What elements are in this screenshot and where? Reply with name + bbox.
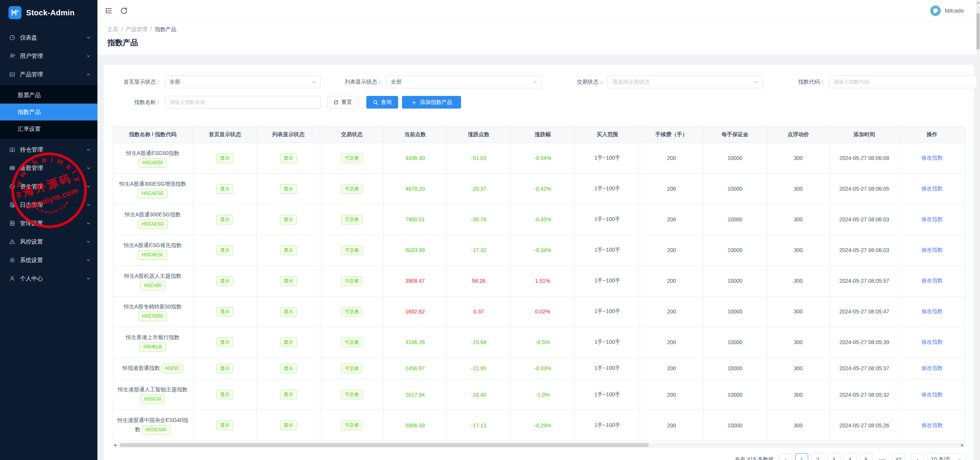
index-name: 恒生A股通300ESG指数: [125, 211, 181, 218]
sidebar-item-admin-settings[interactable]: 管理设置: [0, 216, 97, 231]
sidebar-item-profile[interactable]: 个人中心: [0, 271, 97, 286]
table-row: 恒生A股专精特新50指数 HSCSS50显示显示可交易1602.620.370.…: [112, 296, 965, 327]
column-header-12: 操作: [899, 127, 965, 143]
index-name: 恒生香港上市银行指数: [126, 334, 180, 340]
sidebar-menu: 仪表盘用户管理产品管理股票产品指数产品汇率设置持仓管理新股管理资金管理日志管理管…: [0, 25, 97, 286]
breadcrumb-separator: /: [150, 26, 152, 33]
breadcrumb-item-1[interactable]: 产品管理: [126, 26, 147, 33]
change-percent: -0.93%: [534, 365, 551, 371]
sidebar-item-product-management[interactable]: 产品管理: [0, 67, 97, 82]
fee: 200: [667, 422, 676, 429]
page-button-5[interactable]: 5: [860, 453, 873, 460]
edit-index-link[interactable]: 修改指数: [921, 216, 943, 222]
index-code-input[interactable]: [829, 76, 980, 88]
chevron-down-icon: [86, 148, 91, 152]
index-products-table: 指数名称 / 指数代码首页显示状态列表显示状态交易状态当前点数涨跌点数涨跌幅买入…: [112, 126, 965, 441]
float-price: 300: [794, 422, 803, 429]
edit-index-link[interactable]: 修改指数: [921, 185, 943, 191]
edit-index-link[interactable]: 修改指数: [921, 339, 943, 345]
home-display-status-tag: 显示: [216, 276, 233, 286]
sidebar-item-risk-settings[interactable]: 风控设置: [0, 234, 97, 249]
horizontal-scrollbar[interactable]: ◀ ▶: [112, 442, 965, 448]
add-time: 2024-05-27 08:05:26: [839, 422, 889, 429]
add-index-product-button[interactable]: ＋ 添加指数产品: [402, 96, 461, 109]
app-logo[interactable]: Stock-Admin: [0, 0, 97, 25]
float-price: 300: [794, 155, 803, 161]
edit-index-link[interactable]: 修改指数: [921, 277, 943, 284]
vertical-scrollbar-thumb[interactable]: [977, 13, 980, 49]
page-button-1[interactable]: 1: [795, 453, 808, 460]
page-button-42[interactable]: 42: [892, 453, 905, 460]
sidebar-item-dashboard[interactable]: 仪表盘: [0, 30, 97, 45]
current-points: 3106.26: [405, 339, 425, 345]
add-time: 2024-05-27 08:05:57: [839, 278, 889, 284]
sidebar-item-log-management[interactable]: 日志管理: [0, 197, 97, 213]
trade-status-tag: 可交易: [341, 153, 362, 163]
margin-per-lot: 10000: [728, 365, 743, 371]
index-code-badge: HSSCAI: [140, 394, 165, 404]
edit-index-link[interactable]: 修改指数: [921, 365, 943, 371]
prev-page-button[interactable]: ‹: [779, 453, 792, 460]
current-points: 7900.01: [405, 216, 425, 223]
reset-button[interactable]: 重置: [327, 96, 359, 109]
dashboard-icon: [9, 35, 15, 41]
page-button-3[interactable]: 3: [827, 453, 840, 460]
page-button-4[interactable]: 4: [843, 453, 856, 460]
plus-icon: ＋: [411, 99, 417, 106]
sidebar-subitem-2[interactable]: 汇率设置: [0, 120, 97, 137]
float-price: 300: [794, 308, 803, 315]
add-time: 2024-05-27 08:06:08: [839, 155, 889, 161]
table-row: 恒生A股通300ESG增强指数 HSCAESE显示显示可交易4878.20-20…: [112, 173, 965, 204]
index-name-input[interactable]: [165, 96, 321, 109]
page-button-2[interactable]: 2: [811, 453, 824, 460]
breadcrumb-item-0[interactable]: 主页: [107, 26, 118, 33]
edit-index-link[interactable]: 修改指数: [921, 308, 943, 314]
trade-status-tag: 可交易: [341, 215, 362, 224]
user-name[interactable]: Mitrade: [945, 7, 964, 14]
scroll-right-icon[interactable]: ▶: [961, 442, 964, 448]
edit-index-link[interactable]: 修改指数: [921, 247, 943, 253]
horizontal-scrollbar-thumb[interactable]: [120, 443, 649, 447]
list-display-label: 列表显示状态：: [333, 79, 382, 86]
menu-fold-icon[interactable]: [104, 7, 113, 15]
fee: 200: [667, 247, 676, 253]
index-code-badge: HSHKLB: [140, 342, 166, 352]
list-display-status-tag: 显示: [280, 184, 297, 194]
margin-per-lot: 10000: [728, 422, 743, 429]
vertical-scrollbar[interactable]: ▲: [976, 0, 980, 460]
change-points: -15.68: [471, 339, 486, 345]
fee: 200: [667, 216, 676, 223]
list-display-select[interactable]: 全部: [386, 76, 542, 88]
sidebar-subitem-1[interactable]: 指数产品: [0, 104, 97, 120]
sidebar-item-ipo-management[interactable]: 新股管理: [0, 160, 97, 176]
sidebar-item-position-management[interactable]: 持仓管理: [0, 142, 97, 157]
column-header-9: 每手保证金: [703, 127, 767, 143]
next-page-button[interactable]: ›: [911, 453, 924, 460]
change-percent: 0.02%: [535, 308, 550, 315]
margin-per-lot: 10000: [728, 155, 743, 161]
trade-status-select[interactable]: 请选择交易状态: [608, 76, 763, 88]
fee: 200: [667, 155, 676, 161]
sidebar-item-system-settings[interactable]: 系统设置: [0, 252, 97, 268]
change-percent: 1.51%: [535, 278, 550, 284]
breadcrumb-item-2[interactable]: 指数产品: [155, 26, 176, 33]
home-display-status-tag: 显示: [216, 246, 233, 255]
sidebar-item-user-management[interactable]: 用户管理: [0, 48, 97, 64]
float-price: 300: [794, 216, 803, 223]
sidebar-subitem-0[interactable]: 股票产品: [0, 87, 97, 104]
home-display-select[interactable]: 全部: [165, 76, 321, 88]
chevron-down-icon: [86, 258, 91, 262]
list-display-status-tag: 显示: [280, 307, 297, 317]
user-avatar[interactable]: [930, 5, 941, 16]
search-button[interactable]: 查询: [366, 96, 398, 109]
scroll-up-icon[interactable]: ▲: [976, 1, 980, 4]
scroll-left-icon[interactable]: ◀: [114, 442, 116, 448]
log-management-icon: [9, 202, 15, 208]
index-code-badge: HSCSS50: [138, 312, 167, 321]
edit-index-link[interactable]: 修改指数: [921, 422, 943, 428]
page-size-select[interactable]: 10 条/页: [927, 453, 965, 460]
sidebar-item-funds-management[interactable]: 资金管理: [0, 179, 97, 194]
edit-index-link[interactable]: 修改指数: [921, 391, 943, 397]
refresh-icon[interactable]: [120, 7, 128, 15]
edit-index-link[interactable]: 修改指数: [921, 155, 943, 161]
